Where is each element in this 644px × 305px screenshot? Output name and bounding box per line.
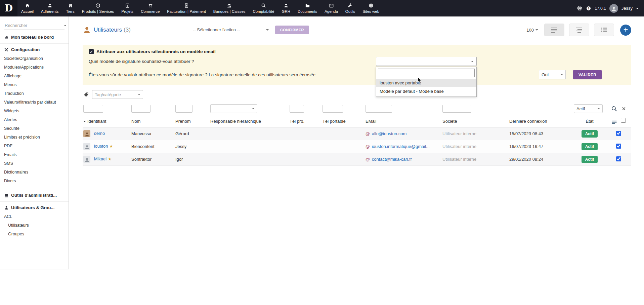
sidebar-item-utilisateurs[interactable]: Utilisateurs <box>4 221 65 230</box>
sidebar-item[interactable]: Divers <box>4 177 65 185</box>
nav-item-grh[interactable]: GRH <box>278 0 294 16</box>
sidebar-item-admin-tools[interactable]: Outils d'administrati... <box>4 193 65 198</box>
filter-prenom-input[interactable] <box>175 105 192 113</box>
user-login-link[interactable]: iouston <box>94 144 108 149</box>
nav-item-commerce[interactable]: Commerce <box>137 0 163 16</box>
filter-tel-portable-input[interactable] <box>323 105 343 113</box>
sidebar-item-dashboard[interactable]: Mon tableau de bord <box>4 35 65 40</box>
sidebar-item[interactable]: Affichage <box>4 72 65 80</box>
nav-item-facturation-paiement[interactable]: Facturation | Paiement <box>163 0 210 16</box>
notice-question-row: Quel modèle de signature souhaitez-vous … <box>89 57 625 66</box>
filter-responsable-select[interactable] <box>210 104 257 113</box>
sidebar-item-acl[interactable]: ACL <box>4 212 65 221</box>
user-login-link[interactable]: demo <box>94 131 105 136</box>
select-columns-icon[interactable] <box>611 119 617 124</box>
nav-item-outils[interactable]: Outils <box>342 0 359 16</box>
email-link[interactable]: allo@iouston.com <box>372 131 407 136</box>
user-menu[interactable]: Jessy <box>621 6 633 11</box>
nav-item-comptabilite[interactable]: Comptabilité <box>249 0 278 16</box>
sidebar-item-groupes[interactable]: Groupes <box>4 230 65 238</box>
sidebar-item[interactable]: Traduction <box>4 89 65 98</box>
confirm-yes-select[interactable]: Oui <box>539 70 566 79</box>
dropdown-option-modele-par-defaut[interactable]: Modèle par défaut - Modèle base <box>376 87 476 96</box>
column-header-etat[interactable]: État <box>573 116 608 127</box>
email-link[interactable]: iouston.informatique@gmail... <box>372 144 430 149</box>
email-link[interactable]: contact@mika-carl.fr <box>372 157 412 162</box>
filter-status-select[interactable]: Actif <box>574 104 603 113</box>
nav-item-banques-caisses[interactable]: Banques | Caisses <box>210 0 249 16</box>
sidebar-block-dashboard: Mon tableau de bord <box>0 31 69 44</box>
sidebar-item[interactable]: SMS <box>4 159 65 168</box>
help-icon[interactable] <box>586 6 591 11</box>
column-header-responsable[interactable]: Responsable hiérarchique <box>210 116 289 127</box>
dolibarr-logo[interactable]: D <box>0 0 17 16</box>
confirm-button[interactable]: CONFIRMER <box>275 26 309 34</box>
sidebar-item[interactable]: Valeurs/filtres/tris par défaut <box>4 98 65 107</box>
apply-filters-search-icon[interactable] <box>611 106 617 112</box>
nav-label: Produits | Services <box>82 9 114 13</box>
print-icon[interactable] <box>577 5 583 11</box>
nav-item-projets[interactable]: Projets <box>118 0 137 16</box>
sidebar-item[interactable]: Société/Organisation <box>4 54 65 63</box>
nav-item-sites-web[interactable]: Sites web <box>359 0 383 16</box>
sidebar-item[interactable]: Widgets <box>4 107 65 115</box>
user-avatar[interactable] <box>609 4 618 13</box>
sidebar-item[interactable]: PDF <box>4 142 65 150</box>
row-checkbox[interactable] <box>616 131 621 136</box>
nav-item-agenda[interactable]: Agenda <box>321 0 342 16</box>
sidebar-item[interactable]: Menus <box>4 80 65 89</box>
tag-category-select[interactable]: Tag/catégorie <box>92 90 143 99</box>
view-list-alt-button[interactable] <box>569 24 589 36</box>
dropdown-search-input[interactable] <box>378 69 475 77</box>
column-header-tel-pro[interactable]: Tél pro. <box>289 116 322 127</box>
column-header-identifiant[interactable]: Identifiant <box>83 116 131 127</box>
column-header-nom[interactable]: Nom <box>131 116 175 127</box>
sidebar-block-users-groups: Utilisateurs & Grou... ACL Utilisateurs … <box>0 202 69 242</box>
sidebar-item[interactable]: Emails <box>4 150 65 159</box>
filter-email-input[interactable] <box>366 105 392 113</box>
sidebar-item[interactable]: Dictionnaires <box>4 168 65 177</box>
select-all-checkbox[interactable] <box>621 118 626 123</box>
nav-item-produits-services[interactable]: Produits | Services <box>78 0 118 16</box>
home-icon <box>25 3 30 8</box>
clear-filters-icon[interactable] <box>621 106 626 111</box>
filter-societe-input[interactable] <box>442 105 471 113</box>
sidebar-item[interactable]: Limites et précision <box>4 133 65 142</box>
cell-derniere-connexion: 16/07/2023 16:47 <box>509 140 573 153</box>
chevron-down-icon[interactable] <box>636 8 639 10</box>
sidebar-item[interactable]: Modules/Applications <box>4 63 65 72</box>
sidebar-item-configuration[interactable]: Configuration <box>4 47 65 52</box>
row-checkbox[interactable] <box>616 156 621 161</box>
page-title[interactable]: Utilisateurs <box>94 27 122 33</box>
view-grid-button[interactable] <box>594 24 614 36</box>
sidebar-item[interactable]: Sécurité <box>4 124 65 133</box>
nav-item-documents[interactable]: Documents <box>294 0 321 16</box>
column-header-prenom[interactable]: Prénom <box>175 116 210 127</box>
sidebar-item[interactable]: Alertes <box>4 115 65 124</box>
nav-label: Outils <box>345 9 355 13</box>
user-login-link[interactable]: Mikael <box>94 156 107 161</box>
signature-template-dropdown: iouston avec portable Modèle par défaut … <box>376 67 477 97</box>
nav-item-adherents[interactable]: Adhérents <box>37 0 62 16</box>
add-user-button[interactable]: + <box>620 25 631 36</box>
filter-identifiant-input[interactable] <box>83 105 103 113</box>
filter-nom-input[interactable] <box>131 105 151 113</box>
dropdown-option-iouston-avec-portable[interactable]: iouston avec portable <box>376 79 476 87</box>
column-header-societe[interactable]: Société <box>442 116 509 127</box>
user-icon <box>84 132 90 137</box>
filter-tel-pro-input[interactable] <box>290 105 304 113</box>
column-header-email[interactable]: EMail <box>365 116 442 127</box>
nav-item-accueil[interactable]: Accueil <box>17 0 37 16</box>
nav-item-tiers[interactable]: Tiers <box>62 0 78 16</box>
column-header-derniere-connexion[interactable]: Dernière connexion <box>509 116 573 127</box>
page-size-select[interactable]: 100 <box>526 28 538 33</box>
bulk-action-select[interactable]: -- Sélectionner l'action -- <box>192 26 270 34</box>
validate-button[interactable]: VALIDER <box>573 70 602 79</box>
column-header-tel-portable[interactable]: Tél portable <box>322 116 365 127</box>
view-list-button[interactable] <box>544 24 564 36</box>
search-input[interactable] <box>5 23 64 28</box>
row-checkbox[interactable] <box>616 144 621 149</box>
sidebar-item-users-groups[interactable]: Utilisateurs & Grou... <box>4 205 65 210</box>
signature-template-select[interactable] <box>376 57 477 66</box>
sidebar-search[interactable] <box>4 21 65 30</box>
